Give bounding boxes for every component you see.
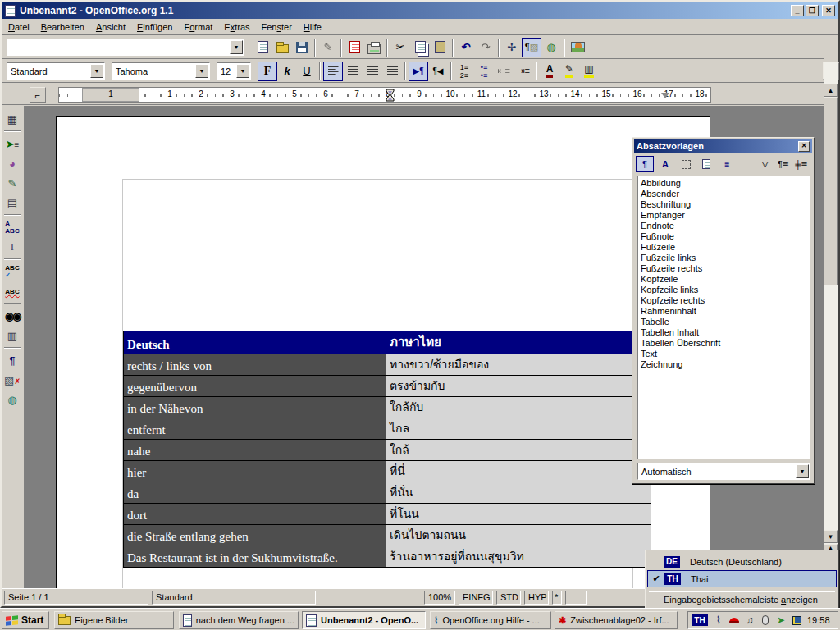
- cell-th[interactable]: ที่นั่น: [386, 482, 651, 504]
- menu-fenster[interactable]: Fenster: [256, 21, 298, 34]
- cell-th[interactable]: เดินไปตามถนน: [386, 525, 651, 546]
- style-item[interactable]: Empfänger: [641, 210, 810, 221]
- redo-button[interactable]: ↷: [476, 38, 495, 57]
- spellcheck-button[interactable]: ABC✓: [2, 262, 23, 281]
- table-row[interactable]: entferntไกล: [124, 418, 651, 440]
- fill-format-button[interactable]: 🜄: [756, 156, 774, 172]
- style-item[interactable]: Fußnote: [641, 231, 810, 242]
- align-right-button[interactable]: [363, 62, 382, 81]
- autotext-button[interactable]: AABC: [2, 217, 23, 237]
- table-row[interactable]: daที่นั่น: [124, 482, 651, 504]
- table-header-row[interactable]: Deutsch ภาษาไทย: [124, 331, 651, 354]
- style-item[interactable]: Tabelle: [641, 317, 810, 327]
- underline-button[interactable]: U: [297, 62, 317, 81]
- cell-th[interactable]: ตรงข้ามกับ: [386, 376, 651, 397]
- task-eigene-bilder[interactable]: Eigene Bilder: [54, 611, 174, 629]
- task-openoffice-hilfe[interactable]: ⌇ OpenOffice.org Hilfe - ...: [430, 611, 551, 629]
- cell-de[interactable]: da: [124, 482, 386, 504]
- background-color-button[interactable]: ▥: [579, 62, 599, 81]
- cell-de[interactable]: in der Nähevon: [124, 397, 386, 418]
- cell-de[interactable]: entfernt: [124, 418, 386, 440]
- mouse-settings-icon[interactable]: [759, 614, 772, 627]
- stylist-panel[interactable]: Absatzvorlagen ✕ ¶ A ≣ 🜄 ¶≣ ╪≣ Abbildung…: [632, 137, 815, 484]
- style-list[interactable]: Abbildung Absender Beschriftung Empfänge…: [637, 176, 810, 459]
- translation-table[interactable]: Deutsch ภาษาไทย rechts / links vonทางขวา…: [123, 331, 651, 568]
- insert-graphics-button[interactable]: [568, 38, 587, 57]
- minimize-button[interactable]: _: [791, 5, 804, 16]
- font-color-button[interactable]: A: [540, 62, 559, 81]
- cell-de[interactable]: Das Restaurant ist in der Sukhumvitstraß…: [124, 546, 386, 568]
- vertical-scrollbar[interactable]: ▲ ▼ ▲▲: [824, 62, 838, 591]
- chevron-down-icon[interactable]: ▼: [230, 40, 243, 54]
- table-row[interactable]: die Straße entlang gehenเดินไปตามถนน: [124, 525, 651, 546]
- table-row[interactable]: rechts / links vonทางขวา/ซ้ายมือของ: [124, 354, 651, 376]
- cell-th[interactable]: ไกล: [386, 418, 651, 440]
- cell-de[interactable]: gegenübervon: [124, 376, 386, 397]
- update-style-button[interactable]: ╪≣: [792, 156, 810, 172]
- numbered-list-button[interactable]: 1≡2≡: [454, 62, 474, 81]
- menu-format[interactable]: Format: [178, 21, 218, 34]
- menu-ansicht[interactable]: Ansicht: [90, 21, 131, 34]
- style-item[interactable]: Rahmeninhalt: [641, 306, 810, 317]
- chevron-down-icon[interactable]: ▼: [195, 64, 208, 78]
- frame-styles-button[interactable]: [677, 156, 695, 172]
- bold-button[interactable]: F: [258, 62, 277, 81]
- chevron-down-icon[interactable]: ▼: [236, 64, 249, 78]
- cell-th[interactable]: ร้านอาหารอยู่ที่ถนนสุขุมวิท: [386, 546, 651, 568]
- online-layout-button[interactable]: ◍: [2, 390, 23, 409]
- page-styles-button[interactable]: [697, 156, 715, 172]
- highlighting-button[interactable]: ✎: [559, 62, 579, 81]
- task-unbenannt2-active[interactable]: Unbenannt2 - OpenO...: [302, 611, 426, 629]
- chevron-down-icon[interactable]: ▼: [796, 464, 809, 478]
- status-insert-mode[interactable]: EINFG: [459, 591, 493, 605]
- copy-button[interactable]: [410, 38, 430, 57]
- insert-form-button[interactable]: ▤: [2, 193, 23, 212]
- paste-button[interactable]: [430, 38, 450, 57]
- clock[interactable]: 19:58: [807, 615, 830, 625]
- menu-item-show-input-locale-bar[interactable]: Eingabegebietsschemaleiste anzeigen: [647, 591, 837, 607]
- style-item[interactable]: Fußzeile rechts: [641, 263, 810, 274]
- right-margin-marker[interactable]: [661, 93, 669, 98]
- scrollbar-thumb[interactable]: [824, 97, 838, 285]
- ltr-direction-button[interactable]: ▶¶: [409, 62, 428, 81]
- rtl-direction-button[interactable]: ¶◀: [428, 62, 448, 81]
- task-zwischenablage-irfanview[interactable]: ✱ Zwischenablage02 - Irf...: [555, 611, 678, 629]
- table-row[interactable]: Das Restaurant ist in der Sukhumvitstraß…: [124, 546, 651, 568]
- status-selection-mode[interactable]: STD: [496, 591, 521, 605]
- font-name-combobox[interactable]: Tahoma ▼: [112, 62, 210, 80]
- menu-item-thai[interactable]: ✔ TH Thai: [647, 570, 837, 587]
- status-pagestyle[interactable]: Standard: [152, 591, 316, 605]
- menu-extras[interactable]: Extras: [218, 21, 255, 34]
- tray-language-indicator[interactable]: TH: [692, 614, 708, 626]
- auto-spellcheck-button[interactable]: ABC: [2, 281, 23, 301]
- navigator-button[interactable]: ✢: [502, 38, 522, 57]
- status-page[interactable]: Seite 1 / 1: [4, 591, 148, 605]
- antivirus-umbrella-icon[interactable]: [728, 614, 741, 627]
- increase-indent-button[interactable]: ⇥≡: [514, 62, 533, 81]
- style-item[interactable]: Tabellen Überschrift: [641, 338, 810, 349]
- insert-fields-button[interactable]: ➤≡: [2, 134, 23, 153]
- paragraph-style-combobox[interactable]: Standard ▼: [7, 62, 105, 80]
- menu-item-german[interactable]: DE Deutsch (Deutschland): [647, 553, 837, 570]
- style-filter-combobox[interactable]: Automatisch ▼: [637, 463, 810, 480]
- new-document-button[interactable]: [253, 38, 272, 57]
- style-item[interactable]: Kopfzeile: [641, 274, 810, 285]
- table-row[interactable]: dortที่โนน: [124, 504, 651, 525]
- cut-button[interactable]: ✂: [390, 38, 410, 57]
- nonprinting-characters-button[interactable]: ¶: [2, 350, 23, 370]
- style-item[interactable]: Beschriftung: [641, 199, 810, 210]
- menu-hilfe[interactable]: Hilfe: [298, 21, 327, 34]
- data-sources-button[interactable]: ▥: [2, 326, 23, 345]
- restore-button[interactable]: ❐: [806, 5, 819, 16]
- style-item[interactable]: Fußzeile links: [641, 253, 810, 263]
- direct-cursor-button[interactable]: I: [2, 237, 23, 257]
- menu-bearbeiten[interactable]: Bearbeiten: [35, 21, 90, 34]
- open-button[interactable]: [272, 38, 292, 57]
- document-page[interactable]: Deutsch ภาษาไทย rechts / links vonทางขวา…: [56, 116, 710, 591]
- undo-button[interactable]: ↶: [456, 38, 476, 57]
- cell-th[interactable]: ที่นี่: [386, 461, 651, 482]
- status-hyperlink-mode[interactable]: HYP: [524, 591, 549, 605]
- style-item[interactable]: Zeichnung: [641, 359, 810, 370]
- cell-th[interactable]: ทางขวา/ซ้ายมือของ: [386, 354, 651, 376]
- table-row[interactable]: naheใกล้: [124, 440, 651, 461]
